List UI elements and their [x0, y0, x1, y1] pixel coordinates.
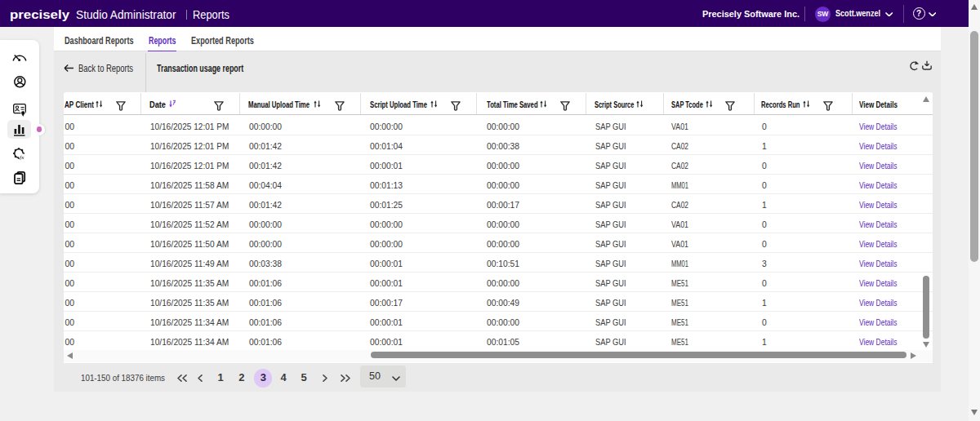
svg-text:fx: fx — [20, 154, 24, 161]
